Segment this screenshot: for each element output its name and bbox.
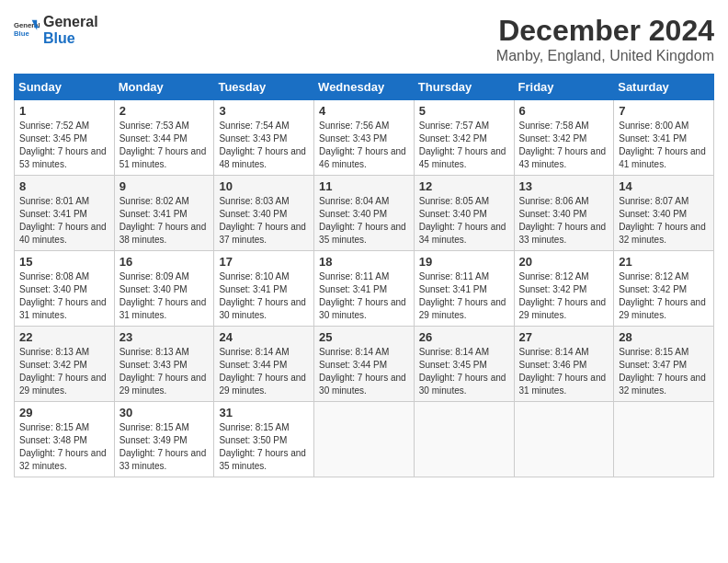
day-info: Sunrise: 7:56 AM Sunset: 3:43 PM Dayligh… [319,120,409,171]
calendar-cell: 14 Sunrise: 8:07 AM Sunset: 3:40 PM Dayl… [614,176,714,251]
day-number: 18 [319,255,409,269]
day-info: Sunrise: 8:11 AM Sunset: 3:41 PM Dayligh… [419,270,509,322]
day-number: 3 [219,104,309,118]
day-number: 17 [219,255,309,269]
header-monday: Monday [114,75,214,100]
day-info: Sunrise: 8:06 AM Sunset: 3:40 PM Dayligh… [519,195,609,247]
logo: General Blue General Blue [14,14,98,46]
day-number: 8 [19,179,109,193]
day-number: 16 [119,255,210,269]
calendar-cell: 6 Sunrise: 7:58 AM Sunset: 3:42 PM Dayli… [514,100,614,176]
day-number: 10 [219,179,309,193]
day-number: 25 [319,330,409,344]
calendar-cell: 16 Sunrise: 8:09 AM Sunset: 3:40 PM Dayl… [114,251,214,327]
calendar-cell: 13 Sunrise: 8:06 AM Sunset: 3:40 PM Dayl… [514,176,614,251]
day-info: Sunrise: 8:13 AM Sunset: 3:42 PM Dayligh… [19,346,109,397]
day-number: 7 [619,104,709,118]
calendar-cell: 1 Sunrise: 7:52 AM Sunset: 3:45 PM Dayli… [15,100,115,176]
day-info: Sunrise: 8:04 AM Sunset: 3:40 PM Dayligh… [319,195,409,247]
day-number: 13 [519,179,609,193]
day-number: 26 [419,330,509,344]
calendar-cell: 17 Sunrise: 8:10 AM Sunset: 3:41 PM Dayl… [214,251,314,327]
day-info: Sunrise: 8:15 AM Sunset: 3:50 PM Dayligh… [219,421,309,473]
day-info: Sunrise: 8:14 AM Sunset: 3:46 PM Dayligh… [519,346,609,397]
day-number: 6 [519,104,609,118]
calendar-cell: 26 Sunrise: 8:14 AM Sunset: 3:45 PM Dayl… [414,327,514,402]
week-row-3: 15 Sunrise: 8:08 AM Sunset: 3:40 PM Dayl… [15,251,714,327]
day-number: 11 [319,179,409,193]
header-thursday: Thursday [414,75,514,100]
day-info: Sunrise: 8:03 AM Sunset: 3:40 PM Dayligh… [219,195,309,247]
calendar-cell [314,402,415,477]
header-wednesday: Wednesday [314,75,415,100]
day-number: 22 [19,330,109,344]
day-info: Sunrise: 7:52 AM Sunset: 3:45 PM Dayligh… [19,120,109,171]
header-tuesday: Tuesday [214,75,314,100]
day-number: 4 [319,104,409,118]
day-number: 14 [619,179,709,193]
day-info: Sunrise: 7:54 AM Sunset: 3:43 PM Dayligh… [219,120,309,171]
calendar-cell: 31 Sunrise: 8:15 AM Sunset: 3:50 PM Dayl… [214,402,314,477]
day-info: Sunrise: 8:15 AM Sunset: 3:49 PM Dayligh… [119,421,210,473]
calendar-header-row: SundayMondayTuesdayWednesdayThursdayFrid… [15,75,714,100]
calendar-cell: 25 Sunrise: 8:14 AM Sunset: 3:44 PM Dayl… [314,327,415,402]
day-number: 28 [619,330,709,344]
calendar-cell: 3 Sunrise: 7:54 AM Sunset: 3:43 PM Dayli… [214,100,314,176]
day-info: Sunrise: 8:10 AM Sunset: 3:41 PM Dayligh… [219,270,309,322]
calendar-cell: 24 Sunrise: 8:14 AM Sunset: 3:44 PM Dayl… [214,327,314,402]
day-info: Sunrise: 8:15 AM Sunset: 3:47 PM Dayligh… [619,346,709,397]
calendar-cell: 29 Sunrise: 8:15 AM Sunset: 3:48 PM Dayl… [15,402,115,477]
day-number: 29 [19,406,109,419]
day-number: 2 [119,104,210,118]
week-row-4: 22 Sunrise: 8:13 AM Sunset: 3:42 PM Dayl… [15,327,714,402]
calendar-cell: 4 Sunrise: 7:56 AM Sunset: 3:43 PM Dayli… [314,100,415,176]
calendar-cell [514,402,614,477]
calendar-cell [414,402,514,477]
day-info: Sunrise: 8:13 AM Sunset: 3:43 PM Dayligh… [119,346,210,397]
calendar-cell: 18 Sunrise: 8:11 AM Sunset: 3:41 PM Dayl… [314,251,415,327]
svg-text:Blue: Blue [14,29,29,37]
day-number: 27 [519,330,609,344]
day-info: Sunrise: 8:11 AM Sunset: 3:41 PM Dayligh… [319,270,409,322]
calendar-cell: 22 Sunrise: 8:13 AM Sunset: 3:42 PM Dayl… [15,327,115,402]
day-info: Sunrise: 8:01 AM Sunset: 3:41 PM Dayligh… [19,195,109,247]
week-row-1: 1 Sunrise: 7:52 AM Sunset: 3:45 PM Dayli… [15,100,714,176]
month-title: December 2024 [496,14,714,48]
calendar-cell: 10 Sunrise: 8:03 AM Sunset: 3:40 PM Dayl… [214,176,314,251]
calendar-cell: 19 Sunrise: 8:11 AM Sunset: 3:41 PM Dayl… [414,251,514,327]
day-info: Sunrise: 7:57 AM Sunset: 3:42 PM Dayligh… [419,120,509,171]
location-title: Manby, England, United Kingdom [496,48,714,64]
calendar-cell: 30 Sunrise: 8:15 AM Sunset: 3:49 PM Dayl… [114,402,214,477]
day-info: Sunrise: 8:05 AM Sunset: 3:40 PM Dayligh… [419,195,509,247]
day-info: Sunrise: 7:58 AM Sunset: 3:42 PM Dayligh… [519,120,609,171]
day-info: Sunrise: 8:14 AM Sunset: 3:44 PM Dayligh… [219,346,309,397]
day-number: 21 [619,255,709,269]
day-number: 5 [419,104,509,118]
day-info: Sunrise: 8:14 AM Sunset: 3:44 PM Dayligh… [319,346,409,397]
day-info: Sunrise: 7:53 AM Sunset: 3:44 PM Dayligh… [119,120,210,171]
day-info: Sunrise: 8:09 AM Sunset: 3:40 PM Dayligh… [119,270,210,322]
calendar-table: SundayMondayTuesdayWednesdayThursdayFrid… [14,74,714,477]
header-friday: Friday [514,75,614,100]
calendar-cell [614,402,714,477]
day-number: 1 [19,104,109,118]
day-info: Sunrise: 8:02 AM Sunset: 3:41 PM Dayligh… [119,195,210,247]
day-number: 31 [219,406,309,419]
week-row-5: 29 Sunrise: 8:15 AM Sunset: 3:48 PM Dayl… [15,402,714,477]
header-sunday: Sunday [15,75,115,100]
calendar-cell: 27 Sunrise: 8:14 AM Sunset: 3:46 PM Dayl… [514,327,614,402]
day-number: 9 [119,179,210,193]
week-row-2: 8 Sunrise: 8:01 AM Sunset: 3:41 PM Dayli… [15,176,714,251]
day-number: 24 [219,330,309,344]
calendar-cell: 9 Sunrise: 8:02 AM Sunset: 3:41 PM Dayli… [114,176,214,251]
header-area: General Blue General Blue December 2024 … [14,14,714,64]
calendar-cell: 15 Sunrise: 8:08 AM Sunset: 3:40 PM Dayl… [15,251,115,327]
calendar-cell: 20 Sunrise: 8:12 AM Sunset: 3:42 PM Dayl… [514,251,614,327]
logo-blue: Blue [43,30,98,47]
header-saturday: Saturday [614,75,714,100]
calendar-cell: 2 Sunrise: 7:53 AM Sunset: 3:44 PM Dayli… [114,100,214,176]
day-info: Sunrise: 8:00 AM Sunset: 3:41 PM Dayligh… [619,120,709,171]
calendar-cell: 28 Sunrise: 8:15 AM Sunset: 3:47 PM Dayl… [614,327,714,402]
calendar-cell: 11 Sunrise: 8:04 AM Sunset: 3:40 PM Dayl… [314,176,415,251]
calendar-cell: 5 Sunrise: 7:57 AM Sunset: 3:42 PM Dayli… [414,100,514,176]
